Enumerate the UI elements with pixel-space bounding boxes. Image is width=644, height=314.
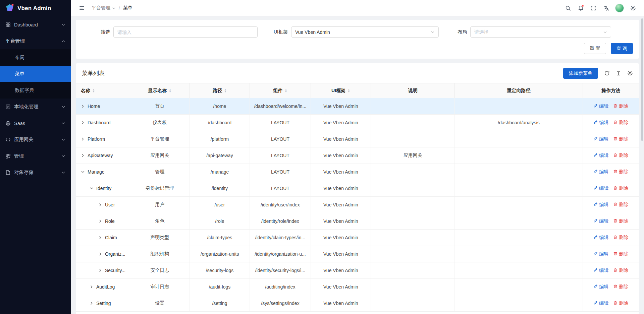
reset-button[interactable]: 重 置 [584, 43, 606, 54]
ui-framework-select[interactable]: Vue Vben Admin [291, 26, 439, 38]
delete-button[interactable]: 删除 [613, 169, 628, 175]
table-row[interactable]: Organiz...组织机构/organization-units/identi… [76, 246, 639, 262]
chevron-down-icon[interactable] [81, 170, 85, 174]
chevron-right-icon[interactable] [81, 121, 85, 125]
chevron-right-icon[interactable] [98, 236, 102, 240]
delete-button[interactable]: 删除 [613, 218, 628, 224]
user-avatar[interactable] [615, 4, 624, 12]
cell-description [371, 115, 455, 131]
page-scrollbar-thumb[interactable] [641, 18, 643, 141]
delete-button[interactable]: 删除 [613, 103, 628, 109]
edit-button[interactable]: 编辑 [593, 169, 608, 175]
table-row[interactable]: Setting设置/setting/sys/settings/indexVue … [76, 295, 639, 312]
edit-button[interactable]: 编辑 [593, 267, 608, 273]
column-header-name[interactable]: 名称▲▼ [76, 83, 130, 98]
sidebar-item-platform-management[interactable]: 平台管理 [0, 33, 71, 49]
table-row[interactable]: Manage管理/manageLAYOUTVue Vben Admin编辑删除 [76, 164, 639, 180]
edit-button[interactable]: 编辑 [593, 185, 608, 191]
column-header-display_name[interactable]: 显示名称▲▼ [130, 83, 190, 98]
edit-button[interactable]: 编辑 [593, 251, 608, 257]
translate-icon[interactable] [600, 2, 612, 14]
edit-button[interactable]: 编辑 [593, 120, 608, 126]
table-row[interactable]: Dashboard仪表板/dashboardLAYOUTVue Vben Adm… [76, 115, 639, 131]
delete-button[interactable]: 删除 [613, 185, 628, 191]
chevron-down-icon[interactable] [90, 186, 94, 190]
table-row[interactable]: AuditLog审计日志/audit-logs/auditing/indexVu… [76, 279, 639, 295]
table-row[interactable]: Home首页/home/dashboard/welcome/in...Vue V… [76, 98, 639, 115]
column-header-path[interactable]: 路径▲▼ [190, 83, 250, 98]
sort-icon[interactable]: ▲▼ [284, 89, 287, 93]
cell-redirect [455, 197, 583, 213]
sort-icon[interactable]: ▲▼ [224, 89, 227, 93]
search-icon[interactable] [562, 2, 574, 14]
sidebar-item-manage[interactable]: 管理 [0, 148, 71, 164]
fullscreen-icon[interactable] [588, 2, 599, 14]
edit-button[interactable]: 编辑 [593, 235, 608, 241]
edit-button[interactable]: 编辑 [593, 284, 608, 290]
sidebar-item-dashboard[interactable]: Dashboard [0, 16, 71, 33]
sidebar-item-saas[interactable]: Saas [0, 115, 71, 131]
delete-button[interactable]: 删除 [613, 235, 628, 241]
chevron-right-icon[interactable] [98, 268, 102, 272]
table-row[interactable]: Identity身份标识管理/identityLAYOUTVue Vben Ad… [76, 180, 639, 197]
row-name: Identity [96, 186, 111, 191]
delete-button[interactable]: 删除 [613, 267, 628, 273]
sort-icon[interactable]: ▲▼ [169, 89, 171, 93]
chevron-right-icon[interactable] [98, 252, 102, 256]
column-settings-icon[interactable] [627, 70, 633, 76]
edit-button[interactable]: 编辑 [593, 136, 608, 142]
table-row[interactable]: ApiGateway应用网关/api-gatewayLAYOUTVue Vben… [76, 147, 639, 164]
refresh-icon[interactable] [604, 70, 610, 76]
column-header-component[interactable]: 组件▲▼ [250, 83, 311, 98]
edit-button[interactable]: 编辑 [593, 218, 608, 224]
edit-button[interactable]: 编辑 [593, 202, 608, 208]
delete-button[interactable]: 删除 [613, 300, 628, 306]
filter-keyword-input[interactable] [113, 26, 258, 38]
sidebar-subitem-layout[interactable]: 布局 [0, 49, 71, 66]
chevron-right-icon[interactable] [98, 203, 102, 207]
chevron-right-icon[interactable] [81, 137, 85, 141]
chevron-right-icon[interactable] [81, 153, 85, 158]
cell-display-name: 管理 [130, 164, 190, 180]
edit-icon [593, 186, 598, 191]
app-logo[interactable]: Vben Admin [0, 0, 71, 16]
breadcrumb-item-platform[interactable]: 平台管理 [92, 5, 116, 11]
table-title: 菜单列表 [82, 69, 105, 77]
cell-description [371, 246, 455, 262]
delete-button[interactable]: 删除 [613, 284, 628, 290]
search-button[interactable]: 查 询 [611, 43, 633, 54]
row-height-icon[interactable] [616, 71, 621, 76]
sort-icon[interactable]: ▲▼ [347, 89, 350, 93]
sort-icon[interactable]: ▲▼ [92, 89, 95, 93]
sidebar-item-localization[interactable]: 本地化管理 [0, 99, 71, 115]
sidebar-subitem-data-dictionary[interactable]: 数据字典 [0, 82, 71, 99]
chevron-right-icon[interactable] [98, 219, 102, 223]
cell-redirect [455, 164, 583, 180]
add-menu-button[interactable]: 添加新菜单 [563, 68, 598, 79]
table-row[interactable]: Claim声明类型/claim-types/identity/claim-typ… [76, 230, 639, 246]
delete-button[interactable]: 删除 [613, 152, 628, 159]
sidebar-item-api-gateway[interactable]: 应用网关 [0, 131, 71, 148]
notification-bell-icon[interactable] [575, 2, 586, 14]
sidebar-collapse-icon[interactable] [76, 2, 88, 14]
chevron-right-icon[interactable] [90, 301, 94, 305]
layout-select[interactable]: 请选择 [470, 26, 611, 38]
delete-button[interactable]: 删除 [613, 251, 628, 257]
sidebar-subitem-menu[interactable]: 菜单 [0, 66, 71, 82]
delete-button[interactable]: 删除 [613, 136, 628, 142]
table-row[interactable]: Platform平台管理/platformLAYOUTVue Vben Admi… [76, 131, 639, 147]
chevron-right-icon[interactable] [81, 104, 85, 108]
edit-button[interactable]: 编辑 [593, 103, 608, 109]
edit-button[interactable]: 编辑 [593, 300, 608, 306]
row-name: Role [105, 218, 115, 224]
table-row[interactable]: Role角色/role/identity/role/indexVue Vben … [76, 213, 639, 230]
delete-button[interactable]: 删除 [613, 120, 628, 126]
delete-button[interactable]: 删除 [613, 202, 628, 208]
edit-button[interactable]: 编辑 [593, 152, 608, 159]
sidebar-item-object-storage[interactable]: 对象存储 [0, 164, 71, 181]
settings-gear-icon[interactable] [627, 2, 639, 14]
chevron-right-icon[interactable] [90, 285, 94, 289]
table-row[interactable]: Security...安全日志/security-logs/identity/s… [76, 262, 639, 279]
column-header-ui_framework[interactable]: UI框架▲▼ [311, 83, 371, 98]
table-row[interactable]: User用户/user/identity/user/indexVue Vben … [76, 197, 639, 213]
